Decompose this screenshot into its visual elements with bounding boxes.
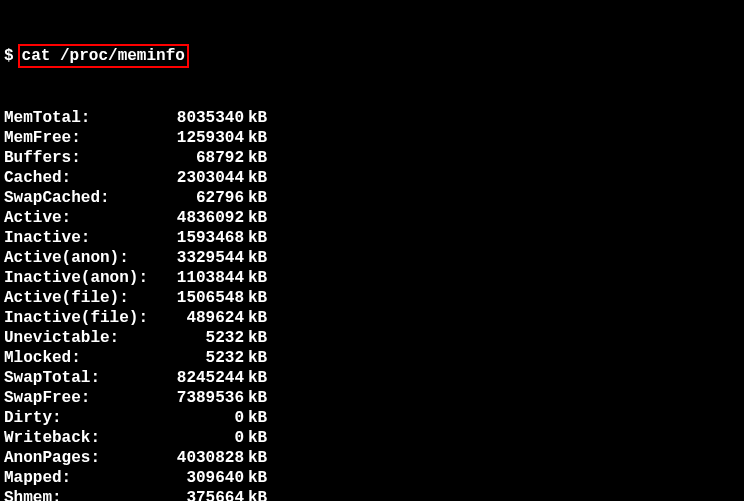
meminfo-value: 1259304 <box>164 128 244 148</box>
meminfo-row: SwapTotal:8245244kB <box>4 368 740 388</box>
meminfo-row: Active(file):1506548kB <box>4 288 740 308</box>
meminfo-unit: kB <box>248 148 267 168</box>
meminfo-label: Shmem: <box>4 488 164 501</box>
meminfo-label: Buffers: <box>4 148 164 168</box>
meminfo-label: AnonPages: <box>4 448 164 468</box>
meminfo-unit: kB <box>248 428 267 448</box>
meminfo-unit: kB <box>248 268 267 288</box>
meminfo-unit: kB <box>248 288 267 308</box>
meminfo-value: 5232 <box>164 328 244 348</box>
meminfo-unit: kB <box>248 468 267 488</box>
meminfo-row: Dirty:0kB <box>4 408 740 428</box>
meminfo-value: 309640 <box>164 468 244 488</box>
meminfo-label: Inactive(anon): <box>4 268 164 288</box>
meminfo-unit: kB <box>248 188 267 208</box>
meminfo-unit: kB <box>248 128 267 148</box>
command-line[interactable]: $ cat /proc/meminfo <box>4 44 740 68</box>
meminfo-label: SwapCached: <box>4 188 164 208</box>
meminfo-row: Cached:2303044kB <box>4 168 740 188</box>
meminfo-unit: kB <box>248 448 267 468</box>
meminfo-unit: kB <box>248 208 267 228</box>
meminfo-row: Mapped:309640kB <box>4 468 740 488</box>
prompt-symbol: $ <box>4 46 14 66</box>
meminfo-row: Buffers:68792kB <box>4 148 740 168</box>
meminfo-unit: kB <box>248 408 267 428</box>
meminfo-label: Mlocked: <box>4 348 164 368</box>
meminfo-row: Inactive(file):489624kB <box>4 308 740 328</box>
meminfo-value: 375664 <box>164 488 244 501</box>
meminfo-value: 5232 <box>164 348 244 368</box>
meminfo-unit: kB <box>248 348 267 368</box>
meminfo-row: Active(anon):3329544kB <box>4 248 740 268</box>
meminfo-value: 8245244 <box>164 368 244 388</box>
meminfo-unit: kB <box>248 488 267 501</box>
meminfo-unit: kB <box>248 108 267 128</box>
meminfo-output: MemTotal:8035340kBMemFree:1259304kBBuffe… <box>4 108 740 501</box>
meminfo-row: SwapFree:7389536kB <box>4 388 740 408</box>
meminfo-unit: kB <box>248 388 267 408</box>
meminfo-value: 1593468 <box>164 228 244 248</box>
meminfo-row: Shmem:375664kB <box>4 488 740 501</box>
meminfo-label: Active: <box>4 208 164 228</box>
meminfo-value: 1506548 <box>164 288 244 308</box>
meminfo-value: 4836092 <box>164 208 244 228</box>
meminfo-row: MemFree:1259304kB <box>4 128 740 148</box>
meminfo-row: SwapCached:62796kB <box>4 188 740 208</box>
meminfo-label: Inactive: <box>4 228 164 248</box>
terminal-output: $ cat /proc/meminfo MemTotal:8035340kBMe… <box>4 4 740 501</box>
meminfo-label: Cached: <box>4 168 164 188</box>
meminfo-unit: kB <box>248 328 267 348</box>
meminfo-label: MemTotal: <box>4 108 164 128</box>
meminfo-row: Unevictable:5232kB <box>4 328 740 348</box>
meminfo-value: 8035340 <box>164 108 244 128</box>
meminfo-label: Active(anon): <box>4 248 164 268</box>
meminfo-label: Unevictable: <box>4 328 164 348</box>
meminfo-label: SwapTotal: <box>4 368 164 388</box>
meminfo-value: 1103844 <box>164 268 244 288</box>
meminfo-label: Mapped: <box>4 468 164 488</box>
meminfo-unit: kB <box>248 168 267 188</box>
meminfo-value: 0 <box>164 408 244 428</box>
meminfo-unit: kB <box>248 228 267 248</box>
meminfo-row: Inactive(anon):1103844kB <box>4 268 740 288</box>
meminfo-row: MemTotal:8035340kB <box>4 108 740 128</box>
meminfo-unit: kB <box>248 308 267 328</box>
meminfo-value: 68792 <box>164 148 244 168</box>
command-text: cat /proc/meminfo <box>18 44 189 68</box>
meminfo-row: Writeback:0kB <box>4 428 740 448</box>
meminfo-value: 2303044 <box>164 168 244 188</box>
meminfo-row: AnonPages:4030828kB <box>4 448 740 468</box>
meminfo-value: 7389536 <box>164 388 244 408</box>
meminfo-row: Mlocked:5232kB <box>4 348 740 368</box>
meminfo-value: 0 <box>164 428 244 448</box>
meminfo-label: Writeback: <box>4 428 164 448</box>
meminfo-unit: kB <box>248 368 267 388</box>
meminfo-value: 3329544 <box>164 248 244 268</box>
meminfo-unit: kB <box>248 248 267 268</box>
meminfo-label: Dirty: <box>4 408 164 428</box>
meminfo-row: Active:4836092kB <box>4 208 740 228</box>
meminfo-label: Inactive(file): <box>4 308 164 328</box>
meminfo-value: 4030828 <box>164 448 244 468</box>
meminfo-label: SwapFree: <box>4 388 164 408</box>
meminfo-row: Inactive:1593468kB <box>4 228 740 248</box>
meminfo-value: 62796 <box>164 188 244 208</box>
meminfo-label: Active(file): <box>4 288 164 308</box>
meminfo-value: 489624 <box>164 308 244 328</box>
meminfo-label: MemFree: <box>4 128 164 148</box>
